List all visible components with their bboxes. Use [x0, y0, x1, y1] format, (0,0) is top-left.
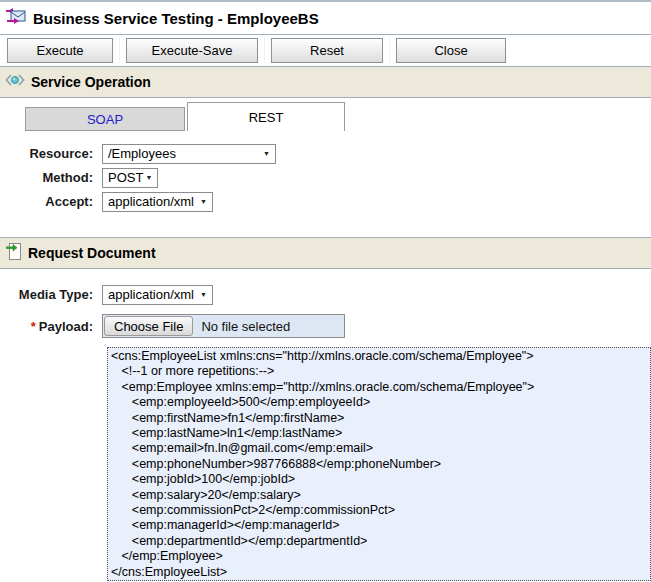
- accept-row: Accept: application/xml ▼: [0, 191, 651, 212]
- tab-rest[interactable]: REST: [187, 102, 345, 131]
- execute-save-button[interactable]: Execute-Save: [126, 38, 258, 63]
- payload-file-input[interactable]: Choose File No file selected: [102, 314, 345, 338]
- service-operation-title: Service Operation: [31, 74, 151, 90]
- resource-row: Resource: /Employees ▼: [0, 143, 651, 164]
- media-type-row: Media Type: application/xml ▼: [0, 284, 651, 305]
- execute-button[interactable]: Execute: [7, 38, 113, 63]
- toolbar-divider: [389, 37, 390, 64]
- method-row: Method: POST ▼: [0, 167, 651, 188]
- required-marker: *: [31, 319, 36, 334]
- request-document-icon: [5, 242, 22, 265]
- accept-select[interactable]: application/xml ▼: [102, 192, 213, 212]
- media-type-select[interactable]: application/xml ▼: [102, 285, 213, 305]
- title-bar: Business Service Testing - EmployeeBS: [0, 2, 651, 34]
- request-document-title: Request Document: [28, 245, 156, 261]
- media-type-value: application/xml: [108, 287, 194, 302]
- protocol-tabs: SOAP REST: [0, 102, 651, 131]
- resource-value: /Employees: [108, 146, 176, 161]
- chevron-down-icon: ▼: [200, 291, 207, 298]
- toolbar-divider: [264, 37, 265, 64]
- payload-row: *Payload: Choose File No file selected: [0, 314, 651, 338]
- payload-xml-textarea[interactable]: <cns:EmployeeList xmlns:cns="http://xmln…: [107, 347, 651, 581]
- toolbar-divider: [119, 37, 120, 64]
- rest-operation-form: Resource: /Employees ▼ Method: POST ▼ Ac…: [0, 143, 651, 212]
- resource-select[interactable]: /Employees ▼: [102, 144, 276, 164]
- chevron-down-icon: ▼: [200, 198, 207, 205]
- separator: [0, 97, 651, 98]
- chevron-down-icon: ▼: [263, 150, 270, 157]
- accept-label: Accept:: [0, 194, 102, 209]
- action-toolbar: Execute Execute-Save Reset Close: [0, 35, 651, 66]
- method-label: Method:: [0, 170, 102, 185]
- media-type-label: Media Type:: [0, 287, 102, 302]
- service-operation-icon: [5, 73, 25, 91]
- accept-value: application/xml: [108, 194, 194, 209]
- close-button[interactable]: Close: [396, 38, 506, 63]
- payload-label: *Payload:: [0, 319, 102, 334]
- chevron-down-icon: ▼: [145, 174, 152, 181]
- method-select[interactable]: POST ▼: [102, 168, 158, 188]
- request-document-form: Media Type: application/xml ▼ *Payload: …: [0, 284, 651, 338]
- file-status-text: No file selected: [201, 319, 290, 334]
- resource-label: Resource:: [0, 146, 102, 161]
- reset-button[interactable]: Reset: [271, 38, 383, 63]
- service-operation-header: Service Operation: [0, 67, 651, 97]
- business-service-icon: [5, 7, 27, 29]
- method-value: POST: [108, 170, 143, 185]
- tab-soap[interactable]: SOAP: [25, 107, 185, 131]
- page-title: Business Service Testing - EmployeeBS: [33, 10, 319, 27]
- choose-file-button[interactable]: Choose File: [104, 316, 193, 336]
- request-document-header: Request Document: [0, 238, 651, 268]
- separator: [0, 268, 651, 269]
